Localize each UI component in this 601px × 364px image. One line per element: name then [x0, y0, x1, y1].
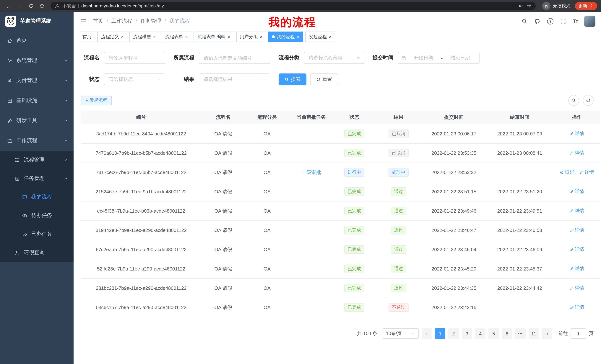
- cancel-link[interactable]: 取消: [560, 169, 574, 175]
- detail-link[interactable]: 详情: [570, 285, 584, 291]
- process-name-input[interactable]: [104, 52, 165, 64]
- cell-category: OA: [263, 305, 270, 310]
- create-process-button[interactable]: + 发起流程: [81, 96, 112, 105]
- tab-label: 流程定义: [101, 34, 119, 40]
- reset-button[interactable]: 重置: [310, 74, 338, 85]
- close-icon[interactable]: ×: [260, 35, 262, 39]
- browser-reload-button[interactable]: [26, 1, 36, 10]
- security-label[interactable]: 不安全: [62, 3, 76, 9]
- detail-link[interactable]: 详情: [570, 208, 584, 214]
- page-button-3[interactable]: 3: [462, 328, 472, 339]
- sidebar-item-pending-tasks[interactable]: 待办任务: [0, 206, 74, 225]
- next-page-button[interactable]: ›: [542, 328, 552, 339]
- tab-process-model[interactable]: 流程模型×: [130, 31, 159, 42]
- tab-process-definition[interactable]: 流程定义×: [97, 31, 127, 42]
- breadcrumb-item-workflow[interactable]: 工作流程: [111, 18, 132, 25]
- sidebar-item-done-tasks[interactable]: 已办任务: [0, 225, 74, 243]
- address-bar[interactable]: 不安全 dashboard.yudao.iocoder.cn/bpm/task/…: [50, 2, 536, 10]
- filter-category: 流程分类 请选择流程分类: [279, 52, 364, 64]
- close-icon[interactable]: ×: [121, 35, 123, 39]
- tab-my-processes[interactable]: 我的流程×: [268, 31, 303, 42]
- result-badge: 通过: [391, 265, 406, 273]
- password-key-icon[interactable]: [519, 3, 524, 9]
- detail-link[interactable]: 详情: [570, 227, 584, 233]
- close-icon[interactable]: ×: [153, 35, 156, 39]
- tab-process-form[interactable]: 流程表单×: [161, 31, 191, 42]
- submit-time-range-picker[interactable]: 开始日期 - 结束日期: [398, 52, 480, 64]
- sidebar-item-payment[interactable]: ¥ 支付管理: [0, 70, 74, 91]
- sidebar-toggle-button[interactable]: [80, 18, 87, 24]
- annotation-text: 我的流程: [269, 15, 316, 30]
- sidebar-item-home[interactable]: 首页: [0, 30, 74, 50]
- detail-link[interactable]: 详情: [570, 189, 584, 195]
- tab-start-process[interactable]: 发起流程×: [305, 31, 335, 42]
- sidebar-item-label: 流程管理: [24, 157, 45, 163]
- tools-icon: [7, 118, 13, 124]
- detail-link[interactable]: 详情: [580, 169, 594, 175]
- browser-update-button[interactable]: 更新 ⋮: [575, 2, 597, 10]
- page-button-6[interactable]: 6: [502, 328, 512, 339]
- cell-category: OA: [263, 131, 270, 136]
- tab-process-form-edit[interactable]: 流程表单-编辑×: [194, 31, 234, 42]
- sidebar-item-system[interactable]: 系统管理: [0, 50, 74, 70]
- search-icon: [285, 77, 289, 82]
- sidebar-item-leave-query[interactable]: 请假查询: [0, 243, 74, 262]
- page-button-5[interactable]: 5: [489, 328, 499, 339]
- bookmark-star-icon[interactable]: ☆: [527, 3, 531, 9]
- result-select[interactable]: 请选择流结果: [199, 74, 270, 85]
- cell-end-time: 2022-01-22 23:46:09: [497, 247, 542, 252]
- detail-link[interactable]: 详情: [570, 304, 584, 311]
- font-size-icon[interactable]: TT: [573, 18, 578, 24]
- sidebar-item-workflow[interactable]: 工作流程: [0, 131, 74, 151]
- link-label: 详情: [575, 227, 584, 233]
- refresh-table-button[interactable]: [583, 95, 594, 106]
- close-icon[interactable]: ×: [228, 35, 230, 39]
- page-button-11[interactable]: 11: [529, 328, 539, 339]
- app-logo-row[interactable]: 芋道管理系统: [0, 12, 74, 30]
- cell-id: ec45f38f-7b9a-11ec-b03b-acde48001122: [97, 208, 185, 214]
- page-button-4[interactable]: 4: [475, 328, 485, 339]
- tab-user-group[interactable]: 用户分组×: [236, 31, 266, 42]
- page-size-select[interactable]: 10条/页: [383, 328, 419, 339]
- status-select[interactable]: 请选择状态: [104, 74, 165, 85]
- cell-task-link[interactable]: 一级审批: [302, 169, 321, 175]
- sidebar-item-my-processes[interactable]: 我的流程: [0, 188, 74, 206]
- prev-page-button[interactable]: ‹: [421, 328, 432, 339]
- link-label: 详情: [575, 208, 584, 214]
- browser-forward-button[interactable]: →: [15, 1, 25, 10]
- category-select[interactable]: 请选择流程分类: [304, 52, 364, 64]
- sidebar-item-task-management[interactable]: 任务管理: [0, 169, 74, 188]
- browser-home-button[interactable]: [37, 1, 47, 10]
- header-search-icon[interactable]: [522, 18, 528, 24]
- cell-end-time: 2022-01-22 23:45:37: [497, 266, 542, 272]
- browser-menu-icon[interactable]: ⋮: [589, 3, 594, 9]
- sidebar-item-devtools[interactable]: 研发工具: [0, 111, 74, 131]
- detail-link[interactable]: 详情: [570, 266, 584, 272]
- more-pages-button[interactable]: •••: [515, 328, 526, 339]
- search-button[interactable]: 搜索: [279, 74, 306, 85]
- toggle-search-button[interactable]: [568, 95, 579, 106]
- github-icon[interactable]: [534, 18, 541, 24]
- sidebar-item-process-management[interactable]: 流程管理: [0, 151, 74, 169]
- process-definition-input[interactable]: [199, 52, 270, 64]
- sidebar-item-infrastructure[interactable]: 基础设施: [0, 91, 74, 111]
- breadcrumb-item-task-management[interactable]: 任务管理: [140, 18, 161, 25]
- breadcrumb-item-home[interactable]: 首页: [93, 18, 103, 25]
- browser-back-button[interactable]: ←: [4, 1, 13, 10]
- cell-name: OA 请假: [214, 266, 232, 271]
- breadcrumb-separator: /: [136, 18, 137, 24]
- detail-link[interactable]: 详情: [570, 150, 584, 156]
- cell-name: OA 请假: [214, 189, 232, 194]
- detail-link[interactable]: 详情: [570, 246, 584, 253]
- close-icon[interactable]: ×: [297, 35, 299, 39]
- page-button-1[interactable]: 1: [435, 328, 445, 339]
- close-icon[interactable]: ×: [185, 35, 188, 39]
- page-button-2[interactable]: 2: [448, 328, 459, 339]
- help-icon[interactable]: ?: [547, 18, 554, 24]
- goto-page-input[interactable]: [571, 328, 586, 339]
- detail-link[interactable]: 详情: [570, 131, 584, 137]
- tab-home[interactable]: 首页: [79, 31, 95, 42]
- close-icon[interactable]: ×: [329, 35, 331, 39]
- url-text[interactable]: dashboard.yudao.iocoder.cn/bpm/task/my: [81, 3, 164, 9]
- fullscreen-icon[interactable]: [560, 18, 566, 24]
